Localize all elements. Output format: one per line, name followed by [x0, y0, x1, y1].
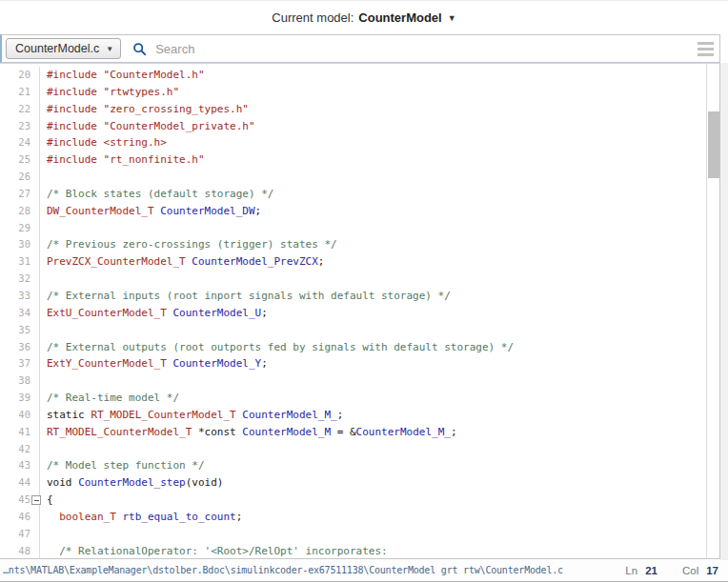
vertical-scrollbar-thumb[interactable] [708, 111, 719, 178]
line-number: 48 [0, 543, 30, 559]
line-number: 25 [0, 151, 30, 169]
code-line: 35 [0, 322, 719, 339]
code-text: /* Block states (default storage) */ [40, 186, 273, 203]
code-line: 40static RT_MODEL_CounterModel_T Counter… [0, 407, 719, 424]
line-number: 38 [0, 372, 30, 390]
code-token: /* External outputs (root outports fed b… [47, 341, 514, 353]
code-token: CounterModel_PrevZCX [192, 255, 317, 268]
code-token: #include "rtwtypes.h" [47, 86, 179, 98]
search-input[interactable] [153, 41, 698, 57]
code-text: DW_CounterModel_T CounterModel_DW; [40, 203, 261, 220]
gutter [30, 355, 40, 372]
line-number: 35 [0, 322, 30, 339]
code-token: #include <string.h> [47, 136, 167, 149]
file-selector-dropdown[interactable]: CounterModel.c ▼ [6, 38, 121, 59]
code-token: #include "rt_nonfinite.h" [47, 153, 205, 166]
column-value: 17 [706, 565, 718, 576]
line-number: 30 [0, 236, 30, 253]
file-dropdown-caret-icon: ▼ [106, 45, 113, 53]
code-text: #include <string.h> [40, 134, 167, 151]
fold-collapse-icon[interactable] [31, 495, 41, 505]
code-line: 46 boolean_T rtb_equal_to_count; [0, 509, 719, 526]
code-token: = & [331, 426, 356, 438]
column-label: Col [682, 565, 698, 576]
gutter [30, 424, 40, 441]
line-number: 36 [0, 339, 30, 356]
current-model-name[interactable]: CounterModel [358, 10, 441, 25]
code-line: 38 [0, 372, 719, 390]
vertical-scrollbar[interactable] [706, 64, 719, 558]
gutter [30, 236, 40, 253]
gutter [30, 509, 40, 526]
code-token: CounterModel_M_ [242, 409, 336, 421]
gutter [30, 474, 40, 492]
line-number: 47 [0, 526, 30, 543]
code-line: 24#include <string.h> [0, 134, 719, 151]
code-token: CounterModel_U [172, 307, 261, 319]
gutter [30, 407, 40, 424]
code-toolbar: CounterModel.c ▼ [0, 34, 720, 63]
code-line: 44void CounterModel_step(void) [0, 474, 719, 492]
code-text: RT_MODEL_CounterModel_T *const CounterMo… [40, 424, 457, 441]
line-label: Ln [625, 565, 637, 576]
gutter [30, 220, 40, 237]
code-text: PrevZCX_CounterModel_T CounterModel_Prev… [40, 253, 324, 271]
code-token: void [192, 476, 217, 489]
code-token: CounterModel_DW [160, 205, 254, 217]
code-line: 21#include "rtwtypes.h" [0, 84, 719, 101]
code-text: /* RelationalOperator: '<Root>/RelOpt' i… [39, 543, 388, 559]
gutter [30, 339, 40, 356]
code-text: /* Real-time model */ [40, 390, 179, 407]
line-number: 39 [0, 390, 30, 407]
code-token: DW_CounterModel_T [47, 205, 154, 217]
line-number: 40 [0, 407, 30, 424]
code-line: 29 [0, 220, 719, 237]
code-text: /* Model step function */ [40, 457, 205, 474]
code-line: 47 [0, 526, 719, 543]
code-text: #include "zero_crossing_types.h" [40, 101, 249, 118]
code-token: boolean_T [59, 511, 116, 523]
code-line: 41RT_MODEL_CounterModel_T *const Counter… [0, 424, 719, 441]
line-number: 43 [0, 457, 30, 474]
line-number: 46 [0, 509, 30, 526]
gutter [30, 288, 40, 305]
code-line: 22#include "zero_crossing_types.h" [0, 101, 719, 118]
gutter [30, 305, 40, 322]
code-line: 33/* External inputs (root inport signal… [0, 288, 719, 305]
code-line: 36/* External outputs (root outports fed… [0, 339, 719, 356]
line-number: 33 [0, 288, 30, 305]
gutter [30, 390, 40, 407]
current-model-header: Current model: CounterModel ▼ [0, 0, 728, 34]
code-token [47, 545, 59, 557]
code-line: 26 [0, 169, 719, 186]
code-token: ExtU_CounterModel_T [47, 307, 167, 319]
code-token: RT_MODEL_CounterModel_T [91, 409, 235, 421]
code-text: ExtY_CounterModel_T CounterModel_Y; [40, 355, 268, 372]
code-text: ExtU_CounterModel_T CounterModel_U; [40, 305, 268, 322]
code-text: void CounterModel_step(void) [40, 474, 223, 492]
model-dropdown-caret-icon[interactable]: ▼ [448, 13, 456, 23]
code-text: #include "rtwtypes.h" [40, 84, 179, 101]
code-editor-pane[interactable]: 20#include "CounterModel.h"21#include "r… [0, 63, 720, 559]
code-text [40, 372, 47, 390]
gutter [30, 441, 40, 458]
code-line: 28DW_CounterModel_T CounterModel_DW; [0, 203, 719, 220]
line-number: 20 [0, 67, 30, 84]
gutter [30, 492, 40, 509]
page-right-gutter [720, 63, 728, 560]
line-value: 21 [645, 565, 657, 576]
gutter [30, 101, 40, 118]
code-token: /* Previous zero-crossings (trigger) sta… [47, 238, 337, 251]
line-number: 34 [0, 305, 30, 322]
code-line: 23#include "CounterModel_private.h" [0, 118, 719, 135]
code-token: ) [217, 476, 224, 489]
gutter [30, 169, 40, 186]
gutter [30, 372, 40, 390]
code-token: RT_MODEL_CounterModel_T [47, 426, 192, 438]
code-token: /* Block states (default storage) */ [47, 188, 273, 200]
code-token: /* RelationalOperator: '<Root>/RelOpt' i… [59, 545, 387, 557]
code-token: CounterModel_M [242, 426, 331, 438]
gutter [30, 322, 40, 339]
code-token: const [205, 426, 236, 438]
menu-hamburger-icon[interactable] [698, 42, 714, 56]
